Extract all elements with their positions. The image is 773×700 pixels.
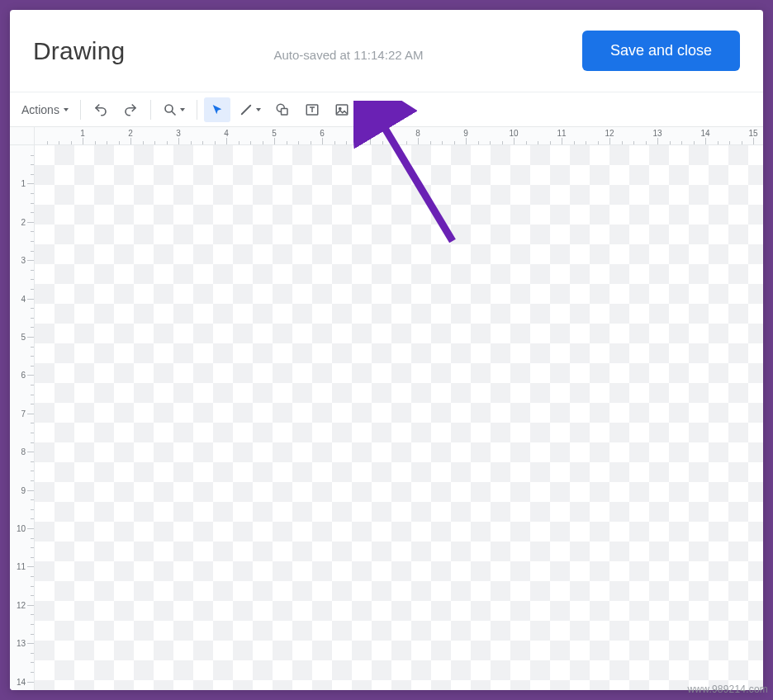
textbox-icon bbox=[305, 102, 320, 117]
image-icon bbox=[334, 102, 349, 117]
toolbar-separator bbox=[150, 100, 151, 120]
ruler-number: 12 bbox=[605, 129, 614, 138]
ruler-number: 2 bbox=[128, 129, 133, 138]
ruler-number: 15 bbox=[748, 129, 757, 138]
shape-tool-button[interactable] bbox=[269, 97, 296, 122]
svg-point-7 bbox=[339, 107, 341, 109]
watermark: www.989214.com bbox=[687, 683, 768, 695]
drawing-dialog: Drawing Auto-saved at 11:14:22 AM Save a… bbox=[10, 10, 763, 690]
vertical-ruler: 1234567891011121314 bbox=[10, 145, 35, 690]
ruler-number: 4 bbox=[224, 129, 229, 138]
autosave-status: Auto-saved at 11:14:22 AM bbox=[273, 48, 423, 62]
ruler-number: 8 bbox=[21, 447, 26, 456]
chevron-down-icon bbox=[64, 108, 69, 111]
textbox-tool-button[interactable] bbox=[299, 97, 325, 122]
line-icon bbox=[239, 102, 254, 117]
horizontal-ruler: 123456789101112131415 bbox=[35, 127, 763, 145]
ruler-number: 14 bbox=[17, 677, 26, 686]
ruler-number: 3 bbox=[176, 129, 181, 138]
toolbar-separator bbox=[197, 100, 197, 120]
ruler-number: 9 bbox=[463, 129, 468, 138]
save-and-close-button[interactable]: Save and close bbox=[582, 31, 740, 71]
ruler-number: 11 bbox=[17, 562, 26, 571]
ruler-number: 14 bbox=[700, 129, 709, 138]
undo-button[interactable] bbox=[88, 97, 114, 122]
select-tool-button[interactable] bbox=[204, 97, 230, 122]
ruler-number: 6 bbox=[320, 129, 325, 138]
svg-line-1 bbox=[172, 111, 175, 115]
ruler-number: 10 bbox=[17, 524, 26, 533]
ruler-number: 1 bbox=[21, 179, 26, 188]
toolbar: Actions bbox=[10, 92, 763, 127]
zoom-button[interactable] bbox=[158, 97, 190, 122]
select-icon bbox=[211, 103, 224, 116]
ruler-number: 6 bbox=[21, 371, 26, 380]
dialog-header: Drawing Auto-saved at 11:14:22 AM Save a… bbox=[10, 10, 763, 92]
dialog-title: Drawing bbox=[33, 37, 125, 65]
line-tool-button[interactable] bbox=[234, 97, 266, 122]
undo-icon bbox=[93, 102, 108, 117]
redo-button[interactable] bbox=[117, 97, 144, 122]
actions-menu-button[interactable]: Actions bbox=[17, 97, 74, 122]
svg-point-0 bbox=[165, 105, 173, 112]
ruler-number: 1 bbox=[80, 129, 85, 138]
ruler-number: 3 bbox=[21, 256, 26, 265]
ruler-corner bbox=[10, 127, 35, 145]
ruler-number: 11 bbox=[557, 129, 566, 138]
image-tool-button[interactable] bbox=[329, 97, 355, 122]
chevron-down-icon bbox=[180, 108, 185, 111]
svg-rect-4 bbox=[281, 108, 287, 115]
ruler-number: 7 bbox=[21, 409, 26, 418]
ruler-number: 5 bbox=[21, 333, 26, 342]
shape-icon bbox=[275, 102, 290, 117]
ruler-number: 13 bbox=[17, 639, 26, 648]
ruler-number: 12 bbox=[17, 600, 26, 609]
header-left: Drawing Auto-saved at 11:14:22 AM bbox=[33, 37, 423, 65]
toolbar-separator bbox=[80, 100, 81, 120]
ruler-number: 4 bbox=[21, 294, 26, 303]
ruler-number: 13 bbox=[652, 129, 662, 138]
ruler-number: 10 bbox=[509, 129, 518, 138]
content-row: 1234567891011121314 bbox=[10, 145, 763, 690]
ruler-number: 7 bbox=[368, 129, 372, 138]
redo-icon bbox=[123, 102, 138, 117]
zoom-icon bbox=[163, 102, 178, 117]
chevron-down-icon bbox=[256, 108, 261, 111]
ruler-number: 8 bbox=[415, 129, 420, 138]
ruler-number: 2 bbox=[21, 217, 26, 226]
ruler-number: 9 bbox=[21, 485, 26, 494]
svg-line-2 bbox=[242, 105, 251, 114]
drawing-canvas[interactable] bbox=[35, 145, 763, 690]
actions-label: Actions bbox=[21, 103, 59, 116]
ruler-number: 5 bbox=[272, 129, 277, 138]
